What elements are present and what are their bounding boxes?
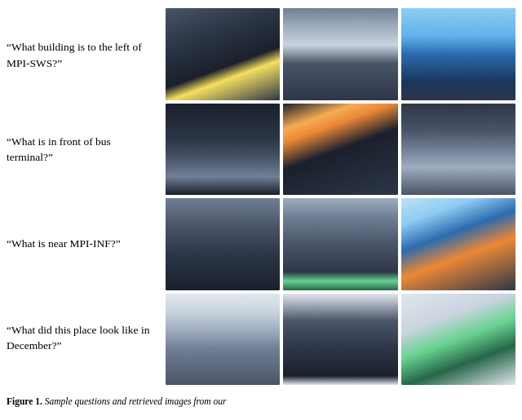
- main-layout: “What building is to the left of MPI-SWS…: [0, 0, 522, 391]
- image-2-3: [401, 104, 515, 196]
- question-3: “What is near MPI-INF?”: [7, 197, 159, 291]
- image-1-3: [401, 8, 515, 100]
- question-4: “What did this place look like in Decemb…: [7, 291, 159, 386]
- image-4-3: [401, 294, 515, 386]
- image-row-1: [166, 8, 515, 100]
- question-2: “What is in front of bus terminal?”: [7, 103, 159, 197]
- question-1: “What building is to the left of MPI-SWS…: [7, 8, 159, 103]
- images-column: [166, 8, 515, 385]
- image-row-4: [166, 294, 515, 386]
- image-2-2: [283, 104, 397, 196]
- image-row-2: [166, 104, 515, 196]
- image-4-1: [166, 294, 280, 386]
- image-3-2: [283, 198, 397, 290]
- figure-caption: Figure 1. Sample questions and retrieved…: [0, 391, 522, 411]
- caption-label: Figure 1.: [7, 396, 42, 406]
- image-row-3: [166, 198, 515, 290]
- image-3-3: [401, 198, 515, 290]
- question-4-text: “What did this place look like in Decemb…: [7, 322, 159, 354]
- questions-column: “What building is to the left of MPI-SWS…: [7, 8, 166, 385]
- caption-text: Sample questions and retrieved images fr…: [42, 396, 227, 406]
- image-2-1: [166, 104, 280, 196]
- image-1-1: [166, 8, 280, 100]
- question-1-text: “What building is to the left of MPI-SWS…: [7, 39, 159, 71]
- image-3-1: [166, 198, 280, 290]
- question-2-text: “What is in front of bus terminal?”: [7, 134, 159, 166]
- image-4-2: [283, 294, 397, 386]
- question-3-text: “What is near MPI-INF?”: [7, 236, 121, 252]
- image-1-2: [283, 8, 397, 100]
